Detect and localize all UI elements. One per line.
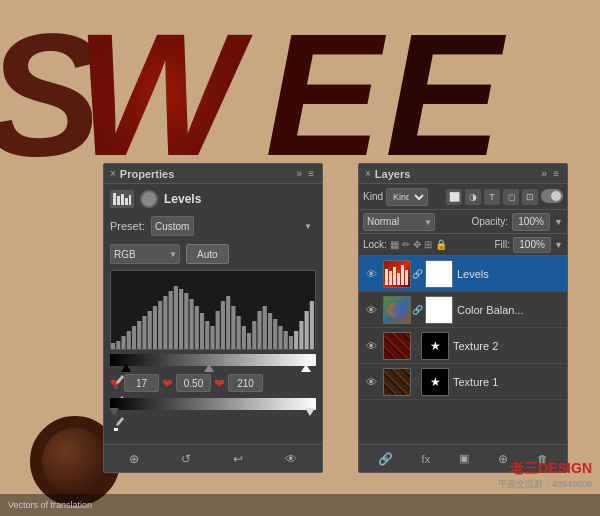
properties-panel: × Properties » ≡ (103, 163, 323, 473)
svg-rect-10 (111, 343, 115, 349)
opacity-arrow: ▼ (554, 217, 563, 227)
visibility-icon[interactable]: 👁 (285, 452, 297, 466)
preset-label-text: Preset: (110, 220, 145, 232)
shape-filter-icon[interactable]: ◻ (503, 189, 519, 205)
svg-rect-7 (121, 194, 124, 205)
kind-label: Kind (363, 191, 383, 202)
properties-close-icon[interactable]: × (110, 168, 116, 179)
svg-rect-47 (305, 311, 309, 349)
layer-item-color-balance[interactable]: 👁 🔗 Color Balan... (359, 292, 567, 328)
blend-mode-select[interactable]: Normal (363, 213, 435, 231)
lock-row: Lock: ▦ ✏ ✥ ⊞ 🔒 Fill: ▼ (359, 234, 567, 256)
layers-close-icon[interactable]: × (365, 168, 371, 179)
texture2-mask-thumbnail: ★ (421, 332, 449, 360)
refresh-icon[interactable]: ↺ (181, 452, 191, 466)
watermark-qq-text: 平面交流群：43940608 (498, 478, 592, 491)
svg-rect-27 (200, 313, 204, 349)
svg-rect-17 (148, 311, 152, 349)
auto-button[interactable]: Auto (186, 244, 229, 264)
svg-rect-57 (405, 270, 408, 285)
opacity-label: Opacity: (471, 216, 508, 227)
svg-rect-8 (125, 198, 128, 205)
svg-rect-14 (132, 326, 136, 349)
adjustment-circle-icon (140, 190, 158, 208)
white-point-icon: ❤ (214, 376, 225, 391)
svg-rect-32 (226, 296, 230, 349)
layers-eye-color-balance[interactable]: 👁 (363, 302, 379, 318)
channel-select[interactable]: RGB (110, 244, 180, 264)
svg-rect-43 (284, 331, 288, 349)
layers-eye-texture1[interactable]: 👁 (363, 374, 379, 390)
channel-row: RGB ▼ Auto (110, 244, 316, 264)
type-filter-icon[interactable]: T (484, 189, 500, 205)
svg-rect-29 (210, 326, 214, 349)
kind-select[interactable]: Kind (386, 188, 428, 206)
layer-item-texture2[interactable]: 👁 ⬡ ★ Texture 2 (359, 328, 567, 364)
undo-icon[interactable]: ↩ (233, 452, 243, 466)
add-layer-icon[interactable]: ⊕ (129, 452, 139, 466)
layer-effects-icon[interactable]: fx (422, 453, 431, 465)
preset-row: Preset: Custom ▼ (110, 216, 316, 236)
texture1-chain-icon: ⬡ (412, 377, 420, 387)
lock-artboard-icon[interactable]: ⊞ (424, 239, 432, 250)
svg-rect-53 (389, 271, 392, 285)
fill-arrow: ▼ (554, 240, 563, 250)
color-balance-thumbnail (383, 296, 411, 324)
svg-rect-12 (121, 336, 125, 349)
levels-label-text: Levels (164, 192, 201, 206)
smartobj-filter-icon[interactable]: ⊡ (522, 189, 538, 205)
watermark-logo-text: 老三DESIGN (510, 460, 592, 478)
black-eyedropper-icon[interactable] (112, 374, 128, 390)
svg-rect-40 (268, 313, 272, 349)
svg-rect-16 (142, 316, 146, 349)
pixel-filter-icon[interactable]: ⬜ (446, 189, 462, 205)
svg-rect-5 (113, 193, 116, 205)
white-eyedropper-icon[interactable] (112, 416, 128, 432)
svg-rect-13 (127, 331, 131, 349)
layers-eye-levels[interactable]: 👁 (363, 266, 379, 282)
svg-rect-54 (393, 267, 396, 285)
svg-rect-37 (252, 321, 256, 349)
lock-transparent-icon[interactable]: ▦ (390, 239, 399, 250)
layer-item-texture1[interactable]: 👁 ⬡ ★ Texture 1 (359, 364, 567, 400)
fill-label-text: Fill: (495, 239, 511, 250)
preset-select[interactable]: Custom (151, 216, 194, 236)
mid-point-icon: ❤ (162, 376, 173, 391)
link-layers-icon[interactable]: 🔗 (378, 452, 393, 466)
lock-label-text: Lock: (363, 239, 387, 250)
properties-expand-icon[interactable]: » (297, 168, 303, 179)
opacity-input[interactable] (512, 213, 550, 231)
texture1-mask-thumbnail: ★ (421, 368, 449, 396)
output-levels-slider[interactable] (110, 398, 316, 410)
svg-rect-35 (242, 326, 246, 349)
lock-all-icon[interactable]: 🔒 (435, 239, 447, 250)
svg-rect-36 (247, 333, 251, 349)
add-mask-icon[interactable]: ▣ (459, 452, 469, 465)
svg-rect-45 (294, 331, 298, 349)
status-text: Vectors of translation (8, 500, 92, 510)
black-point-input[interactable] (124, 374, 159, 392)
svg-rect-55 (397, 273, 400, 285)
filter-toggle[interactable] (541, 189, 563, 203)
status-bar: Vectors of translation (0, 494, 600, 516)
input-levels-slider[interactable] (110, 354, 316, 366)
layers-expand-icon[interactable]: » (542, 168, 548, 179)
svg-rect-22 (174, 286, 178, 349)
lock-position-icon[interactable]: ✥ (413, 239, 421, 250)
layer-item-levels[interactable]: 👁 🔗 Levels (359, 256, 567, 292)
svg-rect-49 (114, 386, 118, 389)
levels-chain-icon: 🔗 (412, 269, 423, 279)
layers-eye-texture2[interactable]: 👁 (363, 338, 379, 354)
adjustment-filter-icon[interactable]: ◑ (465, 189, 481, 205)
texture2-layer-name: Texture 2 (453, 340, 563, 352)
svg-text:E: E (385, 0, 507, 165)
lock-pixels-icon[interactable]: ✏ (402, 239, 410, 250)
levels-thumbnail (383, 260, 411, 288)
svg-rect-25 (189, 299, 193, 349)
svg-rect-24 (184, 293, 188, 349)
fill-input[interactable] (513, 237, 551, 253)
mid-point-input[interactable] (176, 374, 211, 392)
layers-menu-icon[interactable]: ≡ (551, 168, 561, 179)
white-point-input[interactable] (228, 374, 263, 392)
properties-menu-icon[interactable]: ≡ (306, 168, 316, 179)
